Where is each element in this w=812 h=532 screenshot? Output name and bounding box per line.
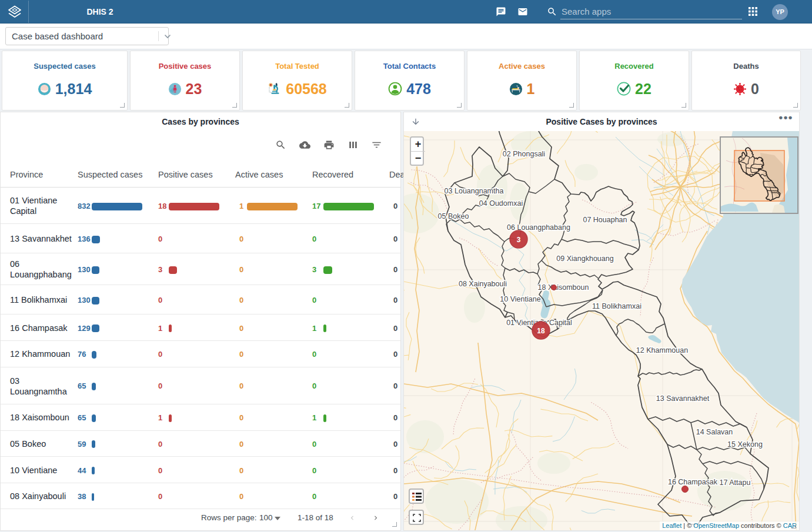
- svg-text:07 Houaphan: 07 Houaphan: [583, 216, 627, 224]
- svg-text:09 Xiangkhouang: 09 Xiangkhouang: [556, 255, 613, 263]
- svg-text:17 Attapu: 17 Attapu: [720, 479, 751, 487]
- svg-text:15 Xekong: 15 Xekong: [727, 440, 763, 449]
- svg-text:3: 3: [517, 236, 521, 244]
- svg-text:14 Salavan: 14 Salavan: [696, 428, 733, 436]
- svg-text:11 Bolikhamxai: 11 Bolikhamxai: [592, 302, 641, 310]
- svg-text:04 Oudomxai: 04 Oudomxai: [479, 199, 523, 208]
- svg-text:13 Savannakhet: 13 Savannakhet: [656, 394, 710, 403]
- svg-text:08 Xainyabouli: 08 Xainyabouli: [459, 280, 507, 288]
- svg-text:03 Louangnamtha: 03 Louangnamtha: [445, 187, 504, 195]
- svg-text:10 Vientiane: 10 Vientiane: [500, 295, 540, 303]
- svg-text:05 Bokeo: 05 Bokeo: [438, 212, 469, 220]
- svg-text:18: 18: [537, 327, 545, 335]
- svg-text:18 Xaisomboun: 18 Xaisomboun: [538, 283, 589, 292]
- svg-text:16 Champasak: 16 Champasak: [668, 478, 718, 486]
- svg-text:02 Phongsali: 02 Phongsali: [503, 150, 545, 158]
- svg-text:12 Khammouan: 12 Khammouan: [636, 346, 688, 354]
